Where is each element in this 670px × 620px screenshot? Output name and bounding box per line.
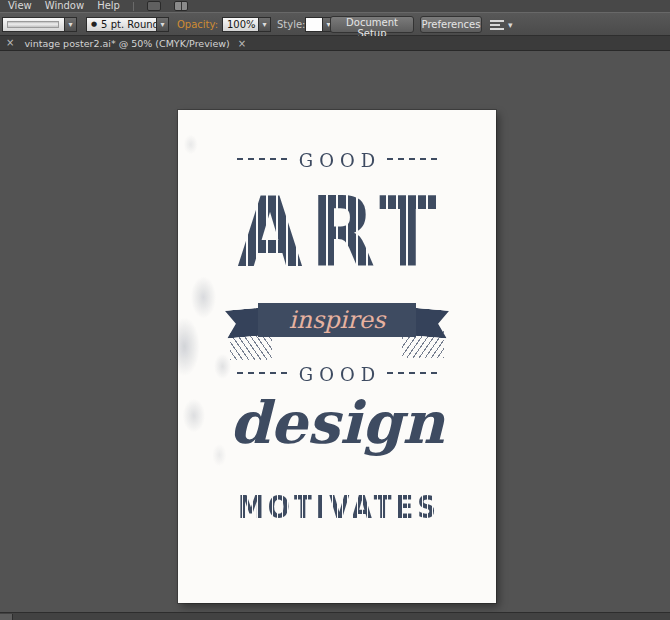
chevron-down-icon[interactable]: ▾ (156, 17, 169, 32)
menu-help[interactable]: Help (97, 0, 120, 12)
menubar-divider (133, 2, 134, 11)
good-top-text: GOOD (299, 148, 381, 171)
document-tab-bar: × vintage poster2.ai* @ 50% (CMYK/Previe… (0, 36, 670, 51)
art-headline: ART (178, 184, 496, 281)
status-strip (0, 612, 670, 620)
chevron-down-icon[interactable]: ▾ (258, 17, 271, 32)
brush-value: 5 pt. Round (101, 19, 159, 30)
canvas-area[interactable]: GOOD ART inspires GOOD design MOTIVATES (0, 51, 670, 612)
preferences-button[interactable]: Preferences (420, 16, 482, 33)
ribbon-band: inspires (258, 303, 416, 337)
design-script-text: design (178, 386, 496, 461)
close-icon[interactable]: × (238, 38, 246, 49)
chevron-down-icon[interactable]: ▾ (508, 13, 513, 37)
brush-dropdown[interactable]: ● 5 pt. Round ▾ (86, 17, 169, 32)
dashed-divider (237, 158, 287, 160)
ribbon-text: inspires (289, 306, 385, 334)
opacity-dropdown[interactable]: 100% ▾ (222, 17, 271, 32)
menu-window[interactable]: Window (45, 0, 84, 12)
poster-line-good-top: GOOD (178, 146, 496, 172)
dashed-divider (237, 372, 287, 374)
control-bar: ▾ ● 5 pt. Round ▾ Opacity: 100% ▾ Style:… (0, 12, 670, 36)
style-swatch (305, 17, 322, 32)
brush-preview-icon: ● (91, 21, 97, 28)
poster-line-good-mid: GOOD (178, 360, 496, 386)
menu-bar: View Window Help (0, 0, 670, 12)
good-mid-text: GOOD (299, 362, 381, 385)
brush-field: ● 5 pt. Round (86, 17, 156, 32)
stroke-profile-preview (2, 17, 64, 32)
scrollbar-corner[interactable] (0, 614, 13, 620)
ribbon-banner: inspires (178, 296, 496, 368)
menu-view[interactable]: View (8, 0, 32, 12)
arrange-documents-icon[interactable] (174, 1, 188, 11)
illustrator-window: View Window Help ▾ ● 5 pt. Round ▾ Opaci… (0, 0, 670, 620)
chevron-down-icon[interactable]: ▾ (64, 17, 77, 32)
artboard[interactable]: GOOD ART inspires GOOD design MOTIVATES (178, 110, 496, 603)
opacity-label[interactable]: Opacity: (177, 13, 218, 37)
style-label: Style: (277, 13, 306, 37)
document-tab-title: vintage poster2.ai* @ 50% (CMYK/Preview) (24, 38, 229, 49)
stroke-profile-dropdown[interactable]: ▾ (2, 17, 77, 32)
bridge-icon[interactable] (147, 1, 161, 11)
dashed-divider (387, 372, 437, 374)
close-icon[interactable]: × (6, 36, 14, 50)
stroke-profile-icon (7, 21, 59, 28)
document-tab[interactable]: vintage poster2.ai* @ 50% (CMYK/Preview)… (24, 36, 246, 51)
document-setup-button[interactable]: Document Setup (330, 16, 414, 33)
motivates-text: MOTIVATES (178, 492, 496, 523)
text-options-icon[interactable] (490, 20, 504, 30)
opacity-value: 100% (222, 17, 258, 32)
dashed-divider (387, 158, 437, 160)
